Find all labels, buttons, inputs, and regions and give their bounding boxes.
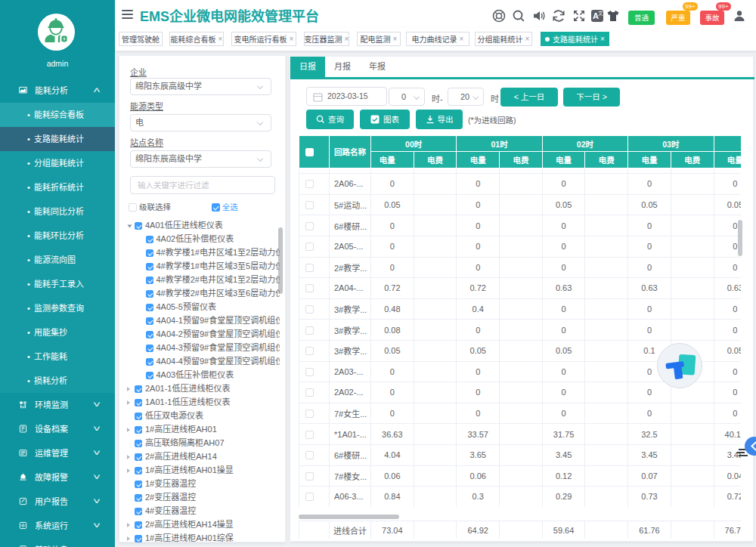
svg-text:文: 文 (598, 10, 603, 16)
